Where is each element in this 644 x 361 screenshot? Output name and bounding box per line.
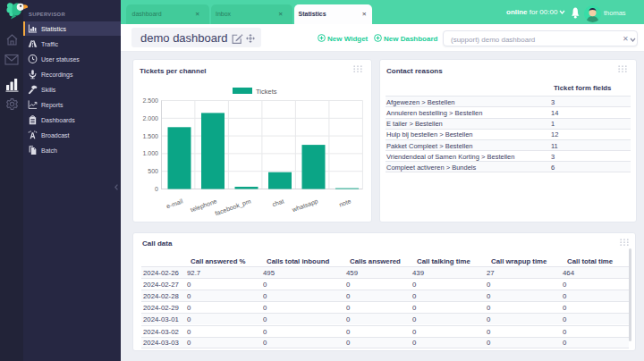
svg-text:1.000: 1.000 <box>142 150 158 156</box>
svg-text:0: 0 <box>155 186 158 192</box>
svg-text:Tickets: Tickets <box>256 88 277 96</box>
svg-text:chat: chat <box>272 197 285 207</box>
svg-text:2.500: 2.500 <box>142 97 158 104</box>
svg-text:whatsapp: whatsapp <box>291 197 319 214</box>
svg-text:2.000: 2.000 <box>142 115 158 122</box>
svg-text:1.500: 1.500 <box>142 133 158 139</box>
svg-text:facebook_pm: facebook_pm <box>214 197 251 217</box>
svg-text:500: 500 <box>148 168 158 174</box>
svg-text:e-mail: e-mail <box>165 197 184 209</box>
svg-text:note: note <box>338 197 352 207</box>
